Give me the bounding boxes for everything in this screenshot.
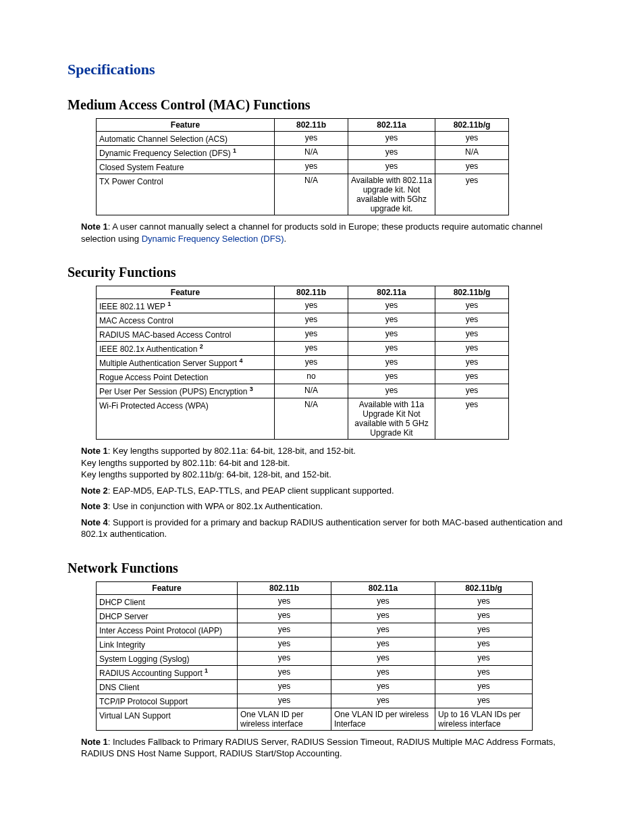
table-row: TCP/IP Protocol Supportyesyesyes: [97, 694, 533, 708]
cell: yes: [435, 679, 533, 694]
note-text: : Includes Fallback to Primary RADIUS Se…: [81, 737, 556, 759]
table-row: DNS Clientyesyesyes: [97, 679, 533, 694]
footnote-ref: 1: [233, 147, 236, 154]
cell: yes: [435, 608, 533, 623]
dfs-link[interactable]: Dynamic Frequency Selection (DFS): [142, 234, 284, 244]
cell: N/A: [275, 384, 348, 398]
cell: yes: [275, 160, 348, 174]
cell: yes: [331, 594, 435, 608]
cell: yes: [435, 160, 509, 174]
cell: Up to 16 VLAN IDs per wireless interface: [435, 708, 533, 730]
table-mac-functions: Feature 802.11b 802.11a 802.11b/g Automa…: [96, 118, 509, 215]
table-row: IEEE 802.11 WEP 1yesyesyes: [97, 299, 509, 313]
feature-text: Link Integrity: [99, 640, 145, 650]
note-label: Note 1: [81, 446, 108, 456]
note-text: : EAP-MD5, EAP-TLS, EAP-TTLS, and PEAP c…: [108, 486, 394, 496]
cell: yes: [331, 623, 435, 637]
note-text: : Use in conjunction with WPA or 802.1x …: [108, 501, 323, 511]
feature-text: IEEE 802.11 WEP: [99, 302, 167, 311]
note-label: Note 4: [81, 517, 108, 527]
table-network-functions: Feature 802.11b 802.11a 802.11b/g DHCP C…: [96, 581, 533, 731]
cell: yes: [238, 651, 331, 665]
cell: yes: [238, 637, 331, 651]
cell: yes: [348, 299, 435, 313]
note-label: Note 3: [81, 501, 108, 511]
cell: N/A: [275, 174, 348, 215]
col-80211a: 802.11a: [348, 286, 435, 299]
table-row: Link Integrityyesyesyes: [97, 637, 533, 651]
note-text: : Support is provided for a primary and …: [81, 517, 562, 540]
col-80211b: 802.11b: [275, 119, 348, 132]
cell: N/A: [275, 146, 348, 160]
cell: yes: [331, 608, 435, 623]
feature-text: Inter Access Point Protocol (IAPP): [99, 626, 222, 635]
table-row: Rogue Access Point Detectionnoyesyes: [97, 370, 509, 384]
cell: yes: [348, 132, 435, 146]
cell: yes: [331, 637, 435, 651]
cell: yes: [435, 342, 509, 356]
cell: yes: [275, 132, 348, 146]
note-text: : Key lengths supported by 802.11a: 64-b…: [108, 446, 356, 456]
table-row: Per User Per Session (PUPS) Encryption 3…: [97, 384, 509, 398]
feature-text: DHCP Client: [99, 598, 145, 607]
col-80211a: 802.11a: [348, 119, 435, 132]
feature-text: TX Power Control: [99, 177, 163, 186]
cell: yes: [435, 299, 509, 313]
cell: yes: [348, 146, 435, 160]
col-80211b: 802.11b: [238, 581, 331, 594]
col-80211b: 802.11b: [275, 286, 348, 299]
cell: Available with 11a Upgrade Kit Not avail…: [348, 398, 435, 440]
note-label: Note 1: [81, 737, 108, 747]
cell: yes: [331, 651, 435, 665]
cell: no: [275, 370, 348, 384]
feature-text: RADIUS MAC-based Access Control: [99, 330, 231, 340]
cell: yes: [238, 594, 331, 608]
cell: yes: [435, 328, 509, 342]
cell: yes: [238, 665, 331, 679]
feature-text: Automatic Channel Selection (ACS): [99, 134, 227, 144]
cell: yes: [435, 174, 509, 215]
cell: yes: [275, 313, 348, 328]
col-feature: Feature: [97, 286, 275, 299]
table-row: System Logging (Syslog)yesyesyes: [97, 651, 533, 665]
cell: yes: [435, 384, 509, 398]
table-row: Virtual LAN SupportOne VLAN ID per wirel…: [97, 708, 533, 730]
col-80211a: 802.11a: [331, 581, 435, 594]
col-80211bg: 802.11b/g: [435, 286, 509, 299]
table-row: Dynamic Frequency Selection (DFS) 1 N/A …: [97, 146, 509, 160]
cell: yes: [435, 370, 509, 384]
footnote-ref: 3: [250, 386, 253, 392]
feature-text: Multiple Authentication Server Support: [99, 359, 239, 368]
col-80211bg: 802.11b/g: [435, 119, 509, 132]
cell: yes: [348, 356, 435, 370]
cell: yes: [331, 679, 435, 694]
cell: yes: [435, 694, 533, 708]
footnote-ref: 1: [205, 667, 208, 674]
table-row: Wi-Fi Protected Access (WPA)N/AAvailable…: [97, 398, 509, 440]
cell: yes: [435, 313, 509, 328]
note-3-security: Note 3: Use in conjunction with WPA or 8…: [81, 500, 576, 513]
footnote-ref: 1: [167, 301, 171, 307]
cell: yes: [238, 694, 331, 708]
table-row: Multiple Authentication Server Support 4…: [97, 356, 509, 370]
feature-text: Dynamic Frequency Selection (DFS): [99, 149, 233, 158]
cell: yes: [331, 694, 435, 708]
table-row: IEEE 802.1x Authentication 2yesyesyes: [97, 342, 509, 356]
cell: yes: [348, 384, 435, 398]
table-security-functions: Feature 802.11b 802.11a 802.11b/g IEEE 8…: [96, 286, 509, 440]
cell: yes: [435, 651, 533, 665]
feature-text: Wi-Fi Protected Access (WPA): [99, 401, 209, 411]
cell: yes: [435, 132, 509, 146]
feature-text: MAC Access Control: [99, 316, 173, 325]
footnote-ref: 4: [239, 357, 242, 364]
cell: One VLAN ID per wireless interface: [238, 708, 331, 730]
subsection-security-functions: Security Functions: [68, 265, 576, 280]
cell: yes: [435, 665, 533, 679]
table-row: Automatic Channel Selection (ACS) yes ye…: [97, 132, 509, 146]
cell: yes: [435, 623, 533, 637]
cell: yes: [238, 608, 331, 623]
cell: yes: [275, 356, 348, 370]
table-row: Closed System Feature yes yes yes: [97, 160, 509, 174]
note-label: Note 2: [81, 486, 108, 496]
cell: yes: [238, 623, 331, 637]
